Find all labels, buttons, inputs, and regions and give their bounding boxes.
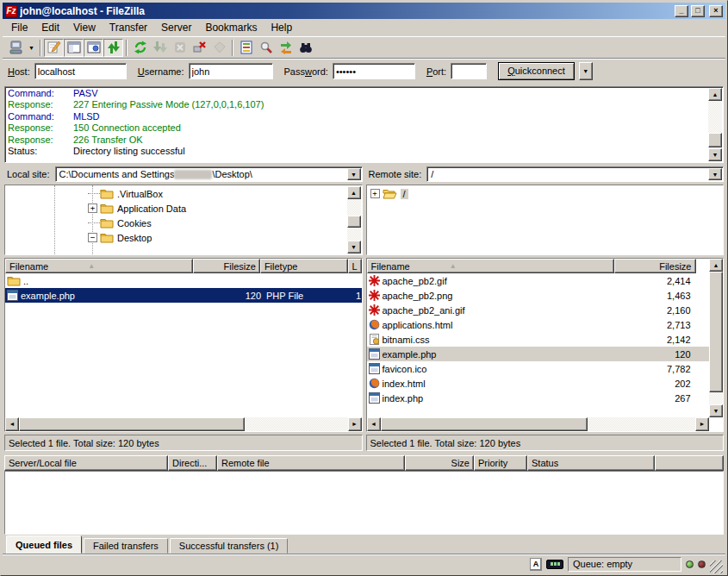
column-header-status[interactable]: Status [527,455,655,471]
file-row[interactable]: index.php 267 [367,391,724,405]
collapse-minus-icon[interactable]: − [88,233,97,242]
tree-item-application-data[interactable]: + Application Data [5,201,362,216]
scrollbar-thumb[interactable] [19,417,245,431]
tree-item-root[interactable]: + / [367,186,724,201]
column-header-filesize[interactable]: Filesize [614,259,696,273]
scrollbar-thumb[interactable] [709,272,723,392]
chevron-down-icon[interactable]: ▼ [347,168,361,180]
refresh-button[interactable] [130,39,150,57]
file-row-example-php-selected[interactable]: example.php 120 [367,347,724,361]
log-scrollbar[interactable]: ▲ ▼ [708,88,722,161]
directory-comparison-button[interactable] [256,39,276,57]
site-manager-button[interactable] [6,39,26,57]
column-header-filename[interactable]: Filename▲ [5,259,193,273]
local-site-combo[interactable]: C:\Documents and Settings\Desktop\ ▼ [55,166,363,182]
scroll-down-icon[interactable]: ▼ [709,404,723,417]
queue-body[interactable] [4,471,724,535]
remote-site-combo[interactable]: / ▼ [426,166,724,182]
column-header-remote-file[interactable]: Remote file [217,455,405,471]
scrollbar-thumb[interactable] [381,417,588,431]
tree-item-desktop[interactable]: − Desktop [5,230,362,245]
menu-file[interactable]: File [4,20,34,35]
file-row[interactable]: index.html 202 [367,376,724,391]
status-bar: A Queue: empty [3,554,725,573]
column-header-filesize[interactable]: Filesize [193,259,260,273]
menu-edit[interactable]: Edit [34,20,66,35]
synchronized-browsing-icon [279,41,293,54]
local-directory-tree[interactable]: .VirtualBox + Application Data Cookies −… [4,185,363,255]
remote-directory-tree[interactable]: + / [366,185,725,255]
quickconnect-button[interactable]: Quickconnect [498,62,575,80]
minimize-button[interactable]: _ [675,5,688,17]
activity-led-red [698,560,706,568]
port-input[interactable] [451,63,487,79]
scroll-down-icon[interactable]: ▼ [708,148,722,161]
column-header-server-local-file[interactable]: Server/Local file [4,455,168,471]
log-line: Response:227 Entering Passive Mode (127,… [8,99,706,110]
tab-queued-files[interactable]: Queued files [6,535,82,554]
reconnect-button[interactable] [209,39,229,57]
file-row-example-php-selected[interactable]: example.php 120 PHP File 1 [5,288,362,303]
expand-plus-icon[interactable]: + [370,189,380,198]
data-type-indicator-icon[interactable]: A [530,558,542,571]
remote-site-label: Remote site: [366,169,427,179]
remote-horizontal-scrollbar[interactable]: ◄ ► [367,417,710,431]
disconnect-button[interactable] [190,39,209,57]
remote-vertical-scrollbar[interactable]: ▲ ▼ [709,259,723,417]
column-header-size[interactable]: Size [405,455,474,471]
maximize-button[interactable]: □ [691,5,705,17]
scroll-up-icon[interactable]: ▲ [709,259,723,272]
file-row[interactable]: apache_pb2.gif 2,414 [367,273,724,288]
find-files-button[interactable] [296,39,315,57]
file-row[interactable]: apache_pb2.png 1,463 [367,288,724,303]
synchronized-browsing-button[interactable] [276,39,296,57]
column-header-priority[interactable]: Priority [474,455,527,471]
toggle-message-log-button[interactable] [44,39,64,57]
tab-failed-transfers[interactable]: Failed transfers [84,538,168,554]
resize-grip[interactable] [710,560,723,573]
file-row[interactable]: bitnami.css 2,142 [367,332,724,347]
menu-server[interactable]: Server [154,20,198,35]
menu-bookmarks[interactable]: Bookmarks [198,20,264,35]
host-label: Host: [8,66,30,77]
open-folder-icon [383,188,397,199]
menu-view[interactable]: View [66,20,103,35]
close-button[interactable]: × [709,5,723,17]
toggle-transfer-queue-button[interactable] [103,39,123,57]
scroll-right-icon[interactable]: ► [348,417,362,431]
file-row-parent-dir[interactable]: .. [5,273,362,288]
column-header-filename[interactable]: Filename▲ [367,259,614,273]
file-row[interactable]: apache_pb2_ani.gif 2,160 [367,303,724,317]
tab-successful-transfers[interactable]: Successful transfers (1) [170,538,289,554]
toggle-remote-tree-button[interactable] [84,39,103,57]
password-input[interactable] [333,63,415,79]
column-header-direction[interactable]: Directi... [168,455,217,471]
menu-help[interactable]: Help [264,20,299,35]
quickconnect-dropdown[interactable]: ▼ [579,62,593,80]
speed-limit-indicator-icon[interactable] [546,560,563,569]
filter-button[interactable] [236,39,256,57]
scroll-right-icon[interactable]: ► [695,417,709,431]
menu-transfer[interactable]: Transfer [103,20,154,35]
local-horizontal-scrollbar[interactable]: ◄ ► [5,417,362,431]
scroll-left-icon[interactable]: ◄ [5,417,19,431]
column-header-filetype[interactable]: Filetype [260,259,348,273]
tree-item-cookies[interactable]: Cookies [5,216,362,230]
username-input[interactable] [189,63,273,79]
process-queue-button[interactable] [150,39,170,57]
file-row[interactable]: favicon.ico 7,782 [367,361,724,376]
scroll-left-icon[interactable]: ◄ [367,417,381,431]
site-manager-dropdown[interactable]: ▼ [26,39,37,57]
cancel-operation-button[interactable] [170,39,190,57]
column-header-last-modified[interactable]: L [348,259,362,273]
host-input[interactable] [34,63,127,79]
file-row[interactable]: applications.html 2,713 [367,317,724,332]
chevron-down-icon[interactable]: ▼ [708,168,722,180]
scroll-up-icon[interactable]: ▲ [708,88,722,101]
scrollbar-thumb[interactable] [708,133,722,147]
expand-plus-icon[interactable]: + [88,203,97,213]
titlebar[interactable]: Fz john@localhost - FileZilla _ □ × [3,3,725,19]
menubar: File Edit View Transfer Server Bookmarks… [3,19,725,36]
tree-item-virtualbox[interactable]: .VirtualBox [5,186,362,201]
toggle-local-tree-button[interactable] [64,39,84,57]
